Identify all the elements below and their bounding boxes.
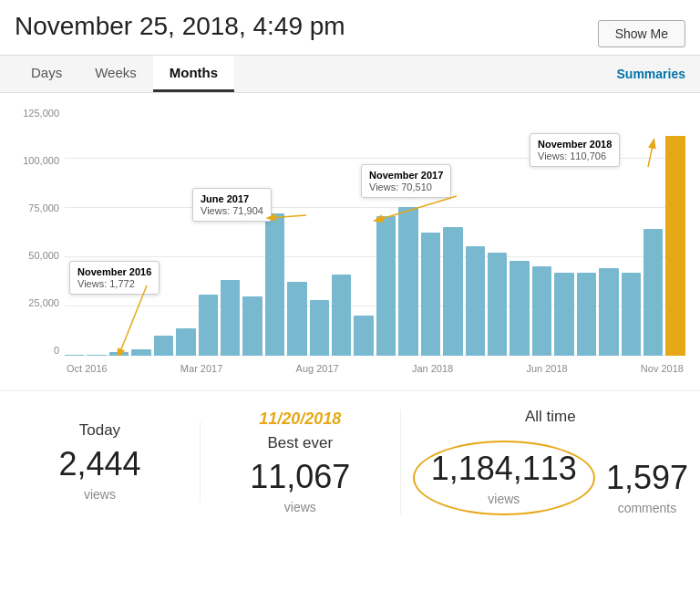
stat-today: Today 2,444 views <box>0 421 201 502</box>
bar-22[interactable] <box>554 273 573 356</box>
x-label-nov2018: Nov 2018 <box>641 363 684 374</box>
bar-19[interactable] <box>488 253 507 356</box>
bar-13[interactable] <box>354 316 373 356</box>
x-label-jun2018: Jun 2018 <box>526 363 567 374</box>
bar-col-2 <box>109 108 129 356</box>
y-label-125k: 125,000 <box>15 108 65 119</box>
bar-7[interactable] <box>221 280 240 356</box>
x-labels: Oct 2016 Mar 2017 Aug 2017 Jan 2018 Jun … <box>65 363 685 374</box>
y-label-75k: 75,000 <box>15 202 65 213</box>
bar-6[interactable] <box>199 295 218 356</box>
bar-24[interactable] <box>599 268 618 356</box>
bar-12[interactable] <box>332 275 351 356</box>
tab-months[interactable]: Months <box>153 56 234 92</box>
alltime-views-ring: 1,184,113 views <box>413 441 595 515</box>
summaries-link[interactable]: Summaries <box>617 67 685 81</box>
bar-col-22 <box>554 108 573 356</box>
bar-14[interactable] <box>376 216 396 356</box>
alltime-comments-value: 1,597 <box>606 459 688 497</box>
bar-16[interactable] <box>421 233 440 356</box>
bar-10[interactable] <box>287 282 306 356</box>
bar-col-5 <box>176 108 195 356</box>
tab-days[interactable]: Days <box>15 56 78 92</box>
bar-col-8 <box>242 108 262 356</box>
bar-col-18 <box>466 108 485 356</box>
best-label: Best ever <box>201 434 400 452</box>
y-label-100k: 100,000 <box>15 155 65 166</box>
bar-5[interactable] <box>176 328 195 356</box>
bar-27[interactable] <box>665 136 685 356</box>
y-label-0: 0 <box>15 345 65 356</box>
bar-26[interactable] <box>643 229 663 356</box>
page-container: November 25, 2018, 4:49 pm Show Me Days … <box>0 0 700 612</box>
best-value: 11,067 <box>201 458 400 496</box>
today-value: 2,444 <box>0 445 200 483</box>
bar-col-23 <box>577 108 596 356</box>
bar-21[interactable] <box>532 266 551 356</box>
bar-8[interactable] <box>242 296 262 356</box>
bar-col-6 <box>199 108 218 356</box>
bar-col-20 <box>510 108 529 356</box>
alltime-row: 1,184,113 views 1,597 comments <box>413 441 688 515</box>
bar-col-21 <box>532 108 551 356</box>
bar-col-12 <box>332 108 351 356</box>
bar-col-1 <box>87 108 106 356</box>
tabs-bar: Days Weeks Months Summaries <box>0 55 700 93</box>
bar-col-13 <box>354 108 373 356</box>
chart-wrap: 0 25,000 50,000 75,000 100,000 125,000 N… <box>15 108 685 381</box>
page-title: November 25, 2018, 4:49 pm <box>15 11 345 42</box>
today-label: Today <box>0 421 200 440</box>
bar-col-26 <box>643 108 663 356</box>
x-axis: Oct 2016 Mar 2017 Aug 2017 Jan 2018 Jun … <box>65 356 685 381</box>
alltime-views-sub: views <box>488 492 520 506</box>
bar-23[interactable] <box>577 273 596 356</box>
x-label-aug2017: Aug 2017 <box>296 363 339 374</box>
stats-bar: Today 2,444 views 11/20/2018 Best ever 1… <box>0 390 700 526</box>
bar-col-14 <box>376 108 396 356</box>
bar-col-15 <box>398 108 417 356</box>
best-sub: views <box>201 500 400 514</box>
bar-col-4 <box>154 108 173 356</box>
tab-weeks[interactable]: Weeks <box>78 56 153 92</box>
y-axis: 0 25,000 50,000 75,000 100,000 125,000 <box>15 108 65 381</box>
stat-best: 11/20/2018 Best ever 11,067 views <box>201 410 401 514</box>
bar-col-10 <box>287 108 306 356</box>
bar-3[interactable] <box>131 349 150 356</box>
alltime-comments: 1,597 comments <box>606 459 688 515</box>
bar-4[interactable] <box>154 336 173 356</box>
bar-20[interactable] <box>510 261 529 356</box>
stat-alltime: All time 1,184,113 views 1,597 comments <box>401 408 700 515</box>
bar-col-16 <box>421 108 440 356</box>
best-date: 11/20/2018 <box>201 410 400 429</box>
x-label-oct2016: Oct 2016 <box>67 363 108 374</box>
alltime-comments-sub: comments <box>618 501 677 515</box>
bar-col-7 <box>221 108 240 356</box>
alltime-label: All time <box>401 408 700 426</box>
bar-col-11 <box>310 108 329 356</box>
x-label-mar2017: Mar 2017 <box>180 363 222 374</box>
y-label-25k: 25,000 <box>15 297 65 308</box>
bar-11[interactable] <box>310 300 329 356</box>
bar-col-0 <box>65 108 84 356</box>
tabs: Days Weeks Months <box>15 56 234 92</box>
bar-9[interactable] <box>265 213 284 356</box>
bar-col-24 <box>599 108 618 356</box>
bars-wrap <box>65 108 685 356</box>
alltime-views-value: 1,184,113 <box>431 450 577 488</box>
bar-col-17 <box>443 108 462 356</box>
bar-col-19 <box>488 108 507 356</box>
bar-col-3 <box>131 108 150 356</box>
chart-area: 0 25,000 50,000 75,000 100,000 125,000 N… <box>0 93 700 381</box>
today-sub: views <box>0 487 200 502</box>
bar-col-27 <box>665 108 685 356</box>
x-label-jan2018: Jan 2018 <box>412 363 453 374</box>
y-label-50k: 50,000 <box>15 250 65 261</box>
header: November 25, 2018, 4:49 pm Show Me <box>0 0 700 55</box>
bar-25[interactable] <box>622 273 641 356</box>
bar-17[interactable] <box>443 227 462 356</box>
bar-18[interactable] <box>466 246 485 356</box>
bar-col-25 <box>622 108 641 356</box>
bar-col-9 <box>265 108 284 356</box>
show-me-button[interactable]: Show Me <box>598 20 685 47</box>
bar-15[interactable] <box>398 207 417 356</box>
